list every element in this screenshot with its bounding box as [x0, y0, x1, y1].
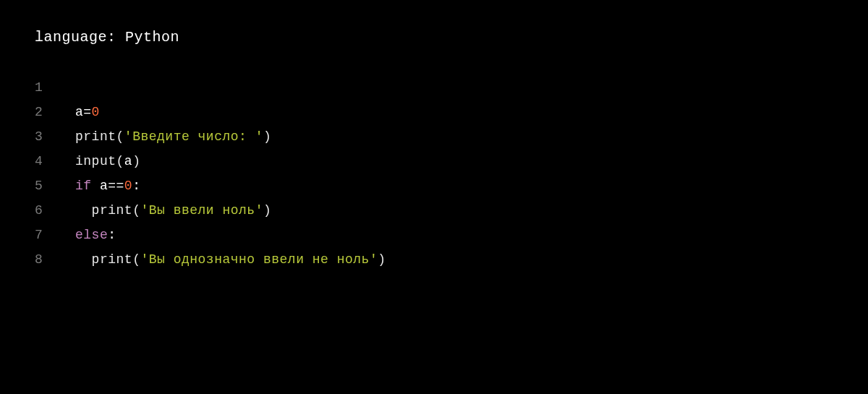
code-token — [75, 203, 92, 218]
line-content: print('Введите число: ') — [75, 129, 271, 144]
code-line: 5if a==0: — [35, 179, 833, 193]
code-token: ( — [132, 252, 140, 267]
line-number: 8 — [35, 252, 75, 267]
code-token: print — [92, 252, 133, 267]
code-token: 'Введите число: ' — [124, 129, 263, 144]
code-token: a= — [75, 105, 92, 119]
code-line: 7else: — [35, 228, 833, 242]
code-token: : — [132, 179, 140, 193]
code-token: ( — [132, 203, 140, 218]
code-token: ) — [263, 203, 271, 218]
line-content: print('Вы однозначно ввели не ноль') — [75, 252, 386, 267]
code-token: 0 — [124, 179, 132, 193]
line-content: a=0 — [75, 105, 100, 119]
line-number: 1 — [35, 80, 75, 95]
code-token: ) — [263, 129, 271, 144]
code-token: ) — [132, 154, 140, 168]
code-token: : — [108, 228, 116, 242]
language-header: language: Python — [35, 29, 833, 46]
code-token: a== — [92, 179, 124, 193]
code-token: ) — [378, 252, 386, 267]
line-number: 7 — [35, 228, 75, 242]
line-content: if a==0: — [75, 179, 140, 193]
code-token: ( — [116, 154, 124, 168]
language-name: Python — [125, 29, 179, 46]
line-number: 4 — [35, 154, 75, 168]
code-line: 6 print('Вы ввели ноль') — [35, 203, 833, 218]
line-content: print('Вы ввели ноль') — [75, 203, 271, 218]
code-line: 2a=0 — [35, 105, 833, 119]
code-line: 1 — [35, 80, 833, 95]
code-token: 0 — [92, 105, 100, 119]
line-number: 2 — [35, 105, 75, 119]
line-content: else: — [75, 228, 116, 242]
line-number: 5 — [35, 179, 75, 193]
code-line: 4input(a) — [35, 154, 833, 168]
code-line: 3print('Введите число: ') — [35, 129, 833, 144]
code-token: ( — [116, 129, 124, 144]
code-token: 'Вы ввели ноль' — [140, 203, 263, 218]
code-token: input — [75, 154, 116, 168]
line-number: 3 — [35, 129, 75, 144]
line-content: input(a) — [75, 154, 140, 168]
code-token: a — [124, 154, 132, 168]
code-block: 12a=03print('Введите число: ')4input(a)5… — [35, 80, 833, 267]
code-token: 'Вы однозначно ввели не ноль' — [140, 252, 378, 267]
language-label: language: — [35, 29, 116, 46]
code-token: if — [75, 179, 92, 193]
code-token: else — [75, 228, 108, 242]
code-token: print — [75, 129, 116, 144]
code-token: print — [92, 203, 133, 218]
line-number: 6 — [35, 203, 75, 218]
code-token — [75, 252, 92, 267]
code-line: 8 print('Вы однозначно ввели не ноль') — [35, 252, 833, 267]
